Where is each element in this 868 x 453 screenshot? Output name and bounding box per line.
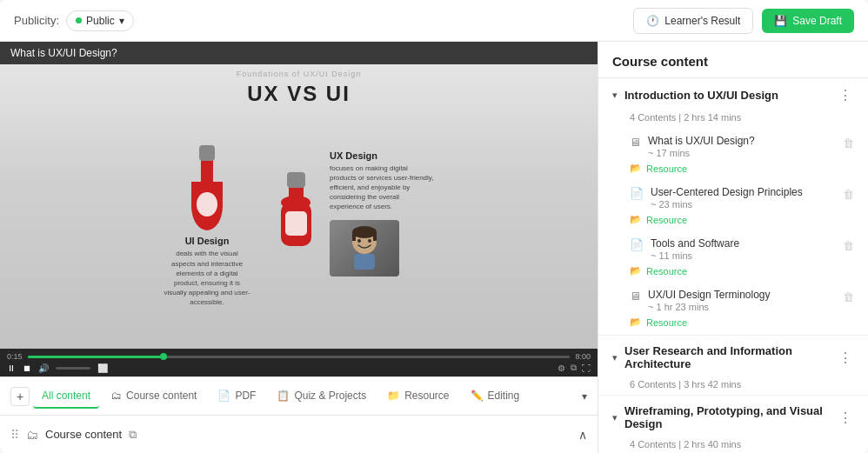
stop-button[interactable]: ⏹ xyxy=(23,363,31,373)
content-item-info: User-Centered Design Principles ~ 23 min… xyxy=(651,186,836,210)
section-title-wireframing: Wireframing, Prototyping, and Visual Des… xyxy=(624,404,830,430)
trash-icon[interactable]: 🗑 xyxy=(843,290,854,303)
resource-icon: 📁 xyxy=(387,390,400,402)
svg-rect-16 xyxy=(354,254,375,270)
pdf-icon: 📄 xyxy=(217,390,230,402)
content-item-meta: ~ 11 mins xyxy=(651,250,836,261)
controls-row: ⏸ ⏹ 🔊 ⬜ ⚙ ⧉ ⛶ xyxy=(7,363,591,373)
tabs-chevron-button[interactable]: ▾ xyxy=(582,390,587,403)
tab-resource-label: Resource xyxy=(404,390,449,402)
publicity-label: Publicity: xyxy=(14,14,59,27)
settings-icon[interactable]: ⚙ xyxy=(558,363,565,373)
progress-fill xyxy=(28,356,164,358)
tab-quiz-projects-label: Quiz & Projects xyxy=(294,390,366,402)
chevron-down-icon: ▾ xyxy=(119,15,124,27)
section-header-intro[interactable]: ▾ Introduction to UX/UI Design ⋮ xyxy=(598,78,868,112)
plus-icon: + xyxy=(17,390,23,403)
folder-icon: 📂 xyxy=(630,316,642,328)
folder-icon: 📂 xyxy=(630,265,642,276)
publicity-section: Publicity: Public ▾ xyxy=(14,10,134,31)
svg-rect-2 xyxy=(201,158,213,184)
top-bar-actions: 🕐 Learner's Result 💾 Save Draft xyxy=(633,8,854,34)
slide-subtitle: Foundations of UX/UI Design xyxy=(0,70,598,78)
tab-pdf[interactable]: 📄 PDF xyxy=(209,384,264,409)
document-icon: 📄 xyxy=(630,238,644,251)
section-menu-research-button[interactable]: ⋮ xyxy=(837,350,854,366)
subtitle-icon: ⬜ xyxy=(97,363,108,373)
section-header-research[interactable]: ▾ User Research and Information Architec… xyxy=(598,336,868,379)
tab-resource[interactable]: 📁 Resource xyxy=(378,384,457,409)
resource-link-3[interactable]: 📂 Resource xyxy=(630,265,868,276)
document-icon: 📄 xyxy=(630,187,644,200)
tab-course-content-label: Course content xyxy=(126,390,197,402)
svg-rect-13 xyxy=(373,232,377,241)
ux-design-desc: focuses on making digital products or se… xyxy=(330,163,434,212)
section-meta-research: 6 Contents | 3 hrs 42 mins xyxy=(598,379,868,395)
clock-icon: 🕐 xyxy=(646,15,659,27)
content-item-title: What is UX/UI Design? xyxy=(648,135,836,147)
chevron-icon: ▾ xyxy=(612,352,618,363)
copy-icon[interactable]: ⧉ xyxy=(129,428,137,442)
bottom-section: ⠿ 🗂 Course content ⧉ ∧ xyxy=(0,415,598,453)
section-header-wireframing[interactable]: ▾ Wireframing, Prototyping, and Visual D… xyxy=(598,396,868,439)
add-content-button[interactable]: + xyxy=(10,387,30,406)
content-item-title: UX/UI Design Terminology xyxy=(648,289,836,301)
trash-icon[interactable]: 🗑 xyxy=(843,239,854,252)
resource-link-1[interactable]: 📂 Resource xyxy=(630,163,868,174)
resource-label-1: Resource xyxy=(646,163,687,174)
pip-icon[interactable]: ⧉ xyxy=(571,363,577,373)
learner-result-button[interactable]: 🕐 Learner's Result xyxy=(633,8,753,34)
left-panel: What is UX/UI Design? Foundations of UX/… xyxy=(0,42,598,453)
save-draft-button[interactable]: 💾 Save Draft xyxy=(762,9,854,33)
video-controls: 0:15 8:00 ⏸ ⏹ 🔊 ⬜ xyxy=(0,349,598,376)
tab-all-content[interactable]: All content xyxy=(33,384,99,409)
monitor-icon: 🖥 xyxy=(630,290,641,303)
fullscreen-icon[interactable]: ⛶ xyxy=(582,363,591,373)
tab-quiz-projects[interactable]: 📋 Quiz & Projects xyxy=(268,384,375,409)
folder-icon: 📂 xyxy=(630,214,642,225)
save-icon: 💾 xyxy=(774,15,787,27)
list-item: 📄 Tools and Software ~ 11 mins 🗑 xyxy=(598,230,868,263)
video-title-bar: What is UX/UI Design? xyxy=(0,42,598,64)
list-item: 🖥 UX/UI Design Terminology ~ 1 hr 23 min… xyxy=(598,282,868,314)
svg-rect-3 xyxy=(199,145,215,161)
quiz-icon: 📋 xyxy=(277,390,290,402)
learner-result-label: Learner's Result xyxy=(664,15,740,27)
content-item-info: Tools and Software ~ 11 mins xyxy=(651,237,836,261)
play-pause-button[interactable]: ⏸ xyxy=(7,363,16,373)
person-avatar-icon xyxy=(338,224,391,272)
pencil-icon: ✏️ xyxy=(471,390,484,402)
drag-handle-icon[interactable]: ⠿ xyxy=(10,428,19,442)
chevron-icon: ▾ xyxy=(612,412,618,423)
trash-icon[interactable]: 🗑 xyxy=(843,188,854,201)
tab-course-content[interactable]: 🗂 Course content xyxy=(103,384,205,409)
monitor-icon: 🖥 xyxy=(630,136,641,149)
section-title-intro: Introduction to UX/UI Design xyxy=(624,89,830,102)
resource-label-2: Resource xyxy=(646,215,687,225)
progress-bar-container: 0:15 8:00 xyxy=(7,352,591,361)
section-title-research: User Research and Information Architectu… xyxy=(624,344,830,370)
volume-icon: 🔊 xyxy=(38,363,49,373)
controls-right: ⚙ ⧉ ⛶ xyxy=(558,363,591,373)
section-menu-intro-button[interactable]: ⋮ xyxy=(837,87,854,103)
content-item-title: Tools and Software xyxy=(651,237,836,250)
time-current: 0:15 xyxy=(7,352,23,361)
ui-design-heading: UI Design xyxy=(164,236,250,246)
section-menu-wireframing-button[interactable]: ⋮ xyxy=(837,410,854,426)
trash-icon[interactable]: 🗑 xyxy=(843,137,854,150)
collapse-button[interactable]: ∧ xyxy=(578,428,587,442)
publicity-badge[interactable]: Public ▾ xyxy=(66,10,134,31)
svg-point-4 xyxy=(197,192,217,217)
tab-editing[interactable]: ✏️ Editing xyxy=(462,384,529,409)
resource-link-2[interactable]: 📂 Resource xyxy=(630,214,868,225)
progress-track[interactable] xyxy=(28,356,571,358)
volume-bar[interactable] xyxy=(56,367,90,370)
svg-rect-12 xyxy=(352,232,356,241)
tab-all-content-label: All content xyxy=(42,390,90,402)
course-section-research: ▾ User Research and Information Architec… xyxy=(598,336,868,396)
content-item-meta: ~ 17 mins xyxy=(648,148,836,158)
svg-point-15 xyxy=(368,239,371,243)
resource-link-4[interactable]: 📂 Resource xyxy=(630,316,868,328)
content-item-meta: ~ 1 hr 23 mins xyxy=(648,302,836,312)
svg-rect-8 xyxy=(287,172,305,188)
